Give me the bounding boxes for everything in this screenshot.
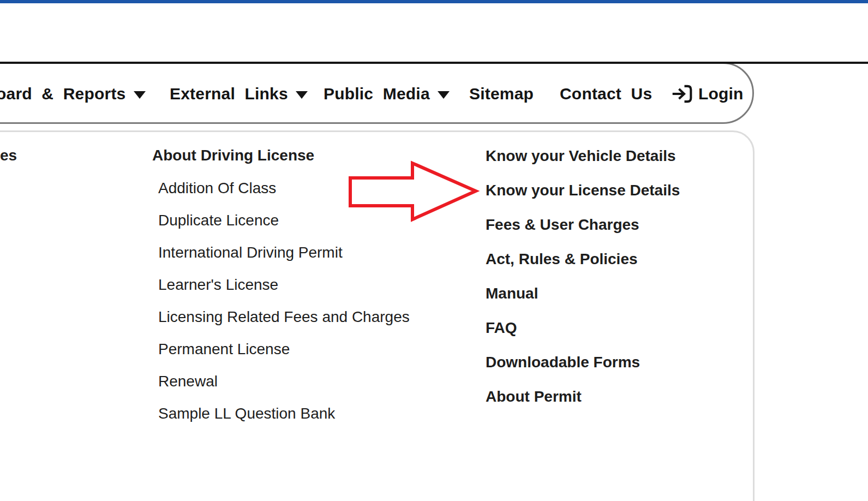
sign-in-icon <box>671 83 693 105</box>
menu-item-learners-license[interactable]: Learner's License <box>158 277 278 293</box>
nav-item-label: Login <box>698 85 744 103</box>
nav-item-label: External Links <box>170 85 288 103</box>
menu-header-about-driving-license[interactable]: About Driving License <box>152 147 314 164</box>
annotation-arrow-right-icon <box>345 158 481 226</box>
nav-item-login[interactable]: Login <box>671 81 744 106</box>
menu-item-manual[interactable]: Manual <box>486 285 538 302</box>
menu-item-act-rules-policies[interactable]: Act, Rules & Policies <box>486 251 638 267</box>
menu-item-sample-ll-question-bank[interactable]: Sample LL Question Bank <box>158 405 335 422</box>
caret-down-icon <box>296 91 308 99</box>
menu-item-addition-of-class[interactable]: Addition Of Class <box>158 180 276 196</box>
nav-item-label: Public Media <box>324 85 430 103</box>
menu-item-duplicate-licence[interactable]: Duplicate Licence <box>158 212 279 229</box>
nav-item-label: Contact Us <box>560 85 652 103</box>
menu-item-know-your-vehicle-details[interactable]: Know your Vehicle Details <box>486 148 676 164</box>
nav-item-external-links[interactable]: External Links <box>170 81 308 106</box>
menu-item-about-permit[interactable]: About Permit <box>486 389 582 405</box>
caret-down-icon <box>438 91 450 99</box>
menu-item-permanent-license[interactable]: Permanent License <box>158 341 290 357</box>
menu-item-international-driving-permit[interactable]: International Driving Permit <box>158 244 343 261</box>
nav-item-label: oard & Reports <box>0 85 126 103</box>
top-accent-bar <box>0 0 868 3</box>
nav-item-sitemap[interactable]: Sitemap <box>469 81 534 106</box>
menu-item-licensing-related-fees-and-charges[interactable]: Licensing Related Fees and Charges <box>158 309 410 325</box>
nav-item-label: Sitemap <box>469 85 534 103</box>
caret-down-icon <box>134 91 146 99</box>
header-divider <box>0 62 868 64</box>
menu-item-downloadable-forms[interactable]: Downloadable Forms <box>486 354 640 371</box>
menu-item-renewal[interactable]: Renewal <box>158 373 218 390</box>
nav-item-public-media[interactable]: Public Media <box>324 81 450 106</box>
menu-item-fees-user-charges[interactable]: Fees & User Charges <box>486 217 639 233</box>
menu-item-faq[interactable]: FAQ <box>486 320 517 336</box>
menu-column1-header-fragment[interactable]: es <box>0 147 17 164</box>
menu-item-know-your-license-details[interactable]: Know your License Details <box>486 182 680 199</box>
page: { "colors": { "topbar": "#1c56a9", "anno… <box>0 0 868 501</box>
nav-item-dashboard-reports[interactable]: oard & Reports <box>0 81 146 106</box>
nav-item-contact-us[interactable]: Contact Us <box>560 81 652 106</box>
